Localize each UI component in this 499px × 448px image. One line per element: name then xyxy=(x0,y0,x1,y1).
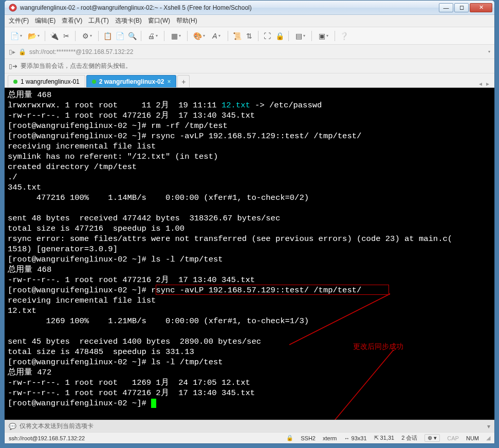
svg-line-2 xyxy=(285,351,393,420)
status-resize-grip-icon[interactable]: ◢ xyxy=(486,435,490,441)
terminal-pane[interactable]: 总用量 468 lrwxrwxrwx. 1 root root 11 2月 19… xyxy=(5,88,494,420)
menu-edit[interactable]: 编辑(E) xyxy=(35,16,56,25)
color-button[interactable]: 🎨▾ xyxy=(191,30,207,42)
print-button[interactable]: 🖨▾ xyxy=(144,30,161,42)
titlebar[interactable]: wangruifenglinux-02 - root@wangruifengli… xyxy=(5,1,494,15)
status-lock-icon: 🔒 xyxy=(286,435,293,441)
menu-file[interactable]: 文件(F) xyxy=(9,16,29,25)
script-button[interactable]: 📜 xyxy=(231,30,243,42)
status-size: ↔ 93x31 xyxy=(344,435,366,441)
tab-add-button[interactable]: + xyxy=(177,75,190,87)
annotation-arrow-icon xyxy=(282,350,395,420)
status-cursor-pos: ⇱ 31,31 xyxy=(374,435,395,441)
menu-help[interactable]: 帮助(H) xyxy=(176,16,197,25)
menu-window[interactable]: 窗口(W) xyxy=(148,16,170,25)
hint-text: 要添加当前会话，点击左侧的箭头按钮。 xyxy=(21,62,132,70)
window-title: wangruifenglinux-02 - root@wangruifengli… xyxy=(20,4,439,11)
font-button[interactable]: A▾ xyxy=(208,30,225,42)
send-bar[interactable]: 💬 仅将文本发送到当前选项卡 ▾ xyxy=(5,420,494,432)
annotation-text: 更改后同步成功 xyxy=(353,342,403,352)
new-session-button[interactable]: 📄▾ xyxy=(8,30,24,42)
transfer-button[interactable]: ⇅ xyxy=(244,30,255,42)
find-button[interactable]: 🔍 xyxy=(126,30,138,42)
status-bar: ssh://root@192.168.57.132:22 🔒 SSH2 xter… xyxy=(5,432,494,443)
hint-bar: ▯➜ 要添加当前会话，点击左侧的箭头按钮。 xyxy=(5,59,494,73)
minimize-button[interactable]: — xyxy=(439,3,453,12)
app-icon xyxy=(9,4,17,12)
app-window: wangruifenglinux-02 - root@wangruifengli… xyxy=(4,0,495,444)
menu-view[interactable]: 查看(V) xyxy=(62,16,82,25)
send-text: 仅将文本发送到当前选项卡 xyxy=(20,422,94,431)
status-termtype: xterm xyxy=(323,435,337,441)
tab-prev-icon[interactable]: ◂ xyxy=(477,80,484,87)
menu-tabs[interactable]: 选项卡(B) xyxy=(115,16,142,25)
maximize-button[interactable]: ◻ xyxy=(454,3,469,12)
svg-line-1 xyxy=(289,294,389,345)
tab-session-1[interactable]: 1 wangrufenglinux-01 xyxy=(8,75,85,87)
bookmark-icon[interactable]: ▯▸ xyxy=(9,48,15,55)
address-bar: ▯▸ 🔒 ssh://root:********@192.168.57.132:… xyxy=(5,45,494,59)
hint-add-icon[interactable]: ▯➜ xyxy=(9,63,17,70)
address-dropdown-icon[interactable]: ▾ xyxy=(488,49,490,54)
menu-tools[interactable]: 工具(T) xyxy=(88,16,108,25)
annotation-box xyxy=(156,285,389,295)
help-button[interactable]: ❔ xyxy=(338,30,349,42)
status-cap: CAP xyxy=(447,435,459,441)
menubar: 文件(F) 编辑(E) 查看(V) 工具(T) 选项卡(B) 窗口(W) 帮助(… xyxy=(5,15,494,27)
status-num: NUM xyxy=(466,435,479,441)
layout-button[interactable]: ▦▾ xyxy=(168,30,184,42)
status-sessions: 2 会话 xyxy=(401,434,417,442)
lock-icon: 🔒 xyxy=(19,48,26,55)
position-icon: ⇱ xyxy=(374,435,380,441)
send-icon: 💬 xyxy=(9,423,16,430)
open-session-button[interactable]: 📂▾ xyxy=(25,30,42,42)
tab-next-icon[interactable]: ▸ xyxy=(484,80,491,87)
tab-session-2[interactable]: 2 wangrufienglinux-02 × xyxy=(86,75,177,87)
status-connection: ssh://root@192.168.57.132:22 xyxy=(9,435,85,441)
tab-label: 2 wangrufienglinux-02 xyxy=(99,78,164,85)
properties-button[interactable]: ⚙▾ xyxy=(79,30,95,42)
split-button[interactable]: ▤▾ xyxy=(292,30,308,42)
reconnect-button[interactable]: 🔌 xyxy=(48,30,60,42)
tab-close-icon[interactable]: × xyxy=(167,78,171,85)
status-sessions-dropdown-icon[interactable]: ⊕ ▾ xyxy=(424,434,440,442)
close-button[interactable]: ✕ xyxy=(470,3,492,12)
lock-button[interactable]: 🔒 xyxy=(274,30,285,42)
fullscreen-button[interactable]: ⛶ xyxy=(262,30,273,42)
paste-button[interactable]: 📄 xyxy=(114,30,125,42)
send-dropdown-icon[interactable]: ▾ xyxy=(487,423,490,430)
status-dot-icon xyxy=(13,80,17,84)
resize-icon: ↔ xyxy=(344,435,351,441)
disconnect-button[interactable]: ✂ xyxy=(61,30,72,42)
status-protocol: SSH2 xyxy=(301,435,316,441)
tab-strip: 1 wangrufenglinux-01 2 wangrufienglinux-… xyxy=(5,73,494,88)
status-dot-icon xyxy=(92,80,96,84)
tab-label: 1 wangrufenglinux-01 xyxy=(21,78,80,85)
copy-button[interactable]: 📋 xyxy=(102,30,113,42)
toolbar: 📄▾ 📂▾ 🔌 ✂ ⚙▾ 📋 📄 🔍 🖨▾ ▦▾ 🎨▾ A▾ 📜 ⇅ ⛶ 🔒 ▤… xyxy=(5,27,494,45)
address-text[interactable]: ssh://root:********@192.168.57.132:22 xyxy=(29,48,484,55)
tile-button[interactable]: ▣▾ xyxy=(315,30,331,42)
